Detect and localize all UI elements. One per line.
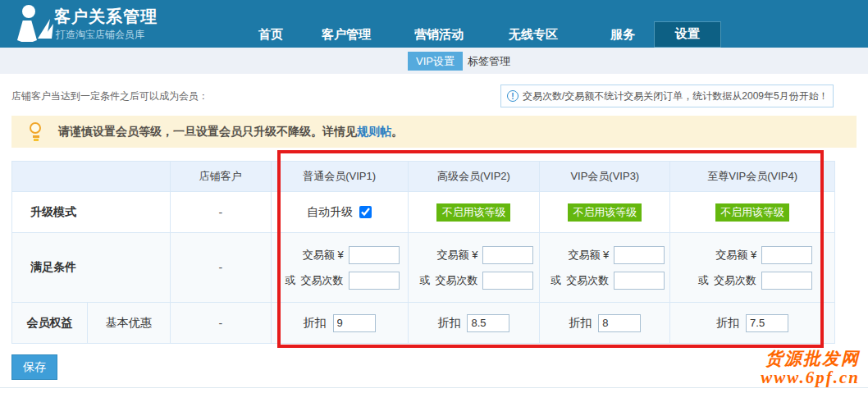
- header-cell-empty: [12, 162, 171, 192]
- or-label: 或: [286, 273, 296, 288]
- count-label: 交易次数: [301, 273, 344, 288]
- crm-page: 客户关系管理 打造淘宝店铺会员库 首页 客户管理 营销活动 无线专区 服务 设置…: [0, 0, 868, 393]
- condition-vip3-cell: 交易额 ¥ 或 交易次数: [540, 233, 670, 303]
- rules-link[interactable]: 规则帖: [357, 125, 391, 138]
- nav-item-customers[interactable]: 客户管理: [322, 27, 371, 43]
- amount-label: 交易额 ¥: [437, 248, 478, 263]
- app-header: 客户关系管理 打造淘宝店铺会员库 首页 客户管理 营销活动 无线专区 服务 设置: [0, 0, 868, 48]
- condition-label: 满足条件: [12, 233, 171, 303]
- main-nav: 首页 客户管理 营销活动 无线专区 服务 设置: [246, 21, 721, 48]
- vip-settings-table: 店铺客户 普通会员(VIP1) 高级会员(VIP2) VIP会员(VIP3) 至…: [11, 161, 835, 344]
- discount-label: 折扣: [304, 316, 327, 331]
- upgrade-vip3-cell: 不启用该等级: [540, 192, 670, 233]
- header-cell-vip1: 普通会员(VIP1): [272, 162, 409, 192]
- amount-label: 交易额 ¥: [303, 248, 344, 263]
- subnav-tab-vip-settings[interactable]: VIP设置: [408, 52, 463, 71]
- benefit-vip3-cell: 折扣: [540, 303, 670, 344]
- app-title: 客户关系管理: [54, 6, 158, 28]
- benefit-shop-value: -: [171, 303, 272, 344]
- disable-level-button-vip4[interactable]: 不启用该等级: [715, 203, 789, 222]
- intro-text: 店铺客户当达到一定条件之后可以成为会员：: [11, 89, 208, 103]
- or-label: 或: [550, 273, 561, 288]
- amount-input-vip1[interactable]: [349, 246, 400, 264]
- upgrade-vip4-cell: 不启用该等级: [670, 192, 835, 233]
- warning-text: 请谨慎设置会员等级，一旦设置会员只升级不降级。详情见规则帖。: [58, 125, 403, 139]
- table-header-row: 店铺客户 普通会员(VIP1) 高级会员(VIP2) VIP会员(VIP3) 至…: [12, 162, 835, 192]
- count-label: 交易次数: [714, 273, 756, 288]
- sub-nav: VIP设置 标签管理: [0, 48, 868, 74]
- upgrade-mode-label: 升级模式: [12, 192, 171, 233]
- app-logo-icon: [15, 4, 54, 43]
- discount-input-vip3[interactable]: [598, 314, 641, 332]
- count-input-vip2[interactable]: [482, 272, 533, 290]
- upgrade-shop-value: -: [171, 192, 272, 233]
- condition-vip2-cell: 交易额 ¥ 或 交易次数: [409, 233, 541, 303]
- discount-label: 折扣: [716, 316, 739, 331]
- or-label: 或: [698, 273, 709, 288]
- warning-bar: 请谨慎设置会员等级，一旦设置会员只升级不降级。详情见规则帖。: [11, 116, 857, 148]
- auto-upgrade-label: 自动升级: [307, 205, 353, 220]
- disable-level-button-vip3[interactable]: 不启用该等级: [568, 203, 642, 222]
- nav-item-home[interactable]: 首页: [258, 27, 283, 43]
- count-input-vip1[interactable]: [349, 272, 400, 290]
- upgrade-vip1-cell: 自动升级: [272, 192, 409, 233]
- nav-item-marketing[interactable]: 营销活动: [414, 27, 464, 43]
- warning-text-main: 请谨慎设置会员等级，一旦设置会员只升级不降级。详情见: [58, 125, 357, 138]
- disable-level-button-vip2[interactable]: 不启用该等级: [436, 203, 510, 222]
- upgrade-mode-row: 升级模式 - 自动升级 不启用该等级 不启用该等级 不启用该等级: [12, 192, 835, 233]
- footer-divider: [0, 387, 868, 388]
- subnav-tab-tag-management[interactable]: 标签管理: [468, 52, 510, 71]
- amount-input-vip2[interactable]: [482, 246, 533, 264]
- benefit-vip1-cell: 折扣: [272, 303, 409, 344]
- nav-item-service[interactable]: 服务: [610, 27, 635, 43]
- condition-shop-value: -: [171, 233, 272, 303]
- discount-label: 折扣: [437, 316, 460, 331]
- count-input-vip3[interactable]: [614, 272, 665, 290]
- header-cell-vip3: VIP会员(VIP3): [540, 162, 670, 192]
- lightbulb-icon: [29, 122, 43, 142]
- discount-input-vip4[interactable]: [746, 314, 788, 332]
- nav-item-wireless[interactable]: 无线专区: [509, 27, 558, 43]
- or-label: 或: [419, 273, 430, 288]
- watermark-line2: www.6pf.cn: [761, 368, 860, 387]
- header-cell-vip2: 高级会员(VIP2): [409, 162, 541, 192]
- benefit-vip4-cell: 折扣: [670, 303, 835, 344]
- amount-label: 交易额 ¥: [568, 248, 609, 263]
- condition-row: 满足条件 - 交易额 ¥ 或 交易次数: [12, 233, 835, 303]
- upgrade-vip2-cell: 不启用该等级: [409, 192, 541, 233]
- benefit-sublabel: 基本优惠: [88, 303, 171, 344]
- benefit-vip2-cell: 折扣: [409, 303, 541, 344]
- watermark-line1: 货源批发网: [761, 350, 860, 368]
- app-subtitle: 打造淘宝店铺会员库: [56, 28, 144, 42]
- amount-input-vip4[interactable]: [761, 246, 812, 264]
- condition-vip1-cell: 交易额 ¥ 或 交易次数: [272, 233, 409, 303]
- discount-input-vip1[interactable]: [333, 314, 376, 332]
- auto-upgrade-checkbox[interactable]: [359, 206, 372, 218]
- info-box-text: 交易次数/交易额不统计交易关闭订单，统计数据从2009年5月份开始！: [523, 89, 829, 103]
- discount-label: 折扣: [569, 316, 592, 331]
- condition-vip4-cell: 交易额 ¥ 或 交易次数: [670, 233, 835, 303]
- count-input-vip4[interactable]: [761, 272, 812, 290]
- count-label: 交易次数: [566, 273, 609, 288]
- info-box: ! 交易次数/交易额不统计交易关闭订单，统计数据从2009年5月份开始！: [500, 85, 834, 107]
- amount-label: 交易额 ¥: [715, 248, 756, 263]
- nav-item-settings[interactable]: 设置: [654, 21, 721, 48]
- info-circle-icon: !: [507, 90, 519, 102]
- benefit-row: 会员权益 基本优惠 - 折扣 折扣 折扣: [12, 303, 835, 344]
- watermark: 货源批发网 www.6pf.cn: [761, 350, 860, 387]
- amount-input-vip3[interactable]: [614, 246, 665, 264]
- count-label: 交易次数: [435, 273, 477, 288]
- discount-input-vip2[interactable]: [467, 314, 509, 332]
- header-cell-shop-customer: 店铺客户: [171, 162, 272, 192]
- benefit-label: 会员权益: [12, 303, 88, 344]
- header-cell-vip4: 至尊VIP会员(VIP4): [670, 162, 835, 192]
- save-button[interactable]: 保存: [11, 354, 57, 380]
- warning-text-suffix: 。: [391, 125, 403, 138]
